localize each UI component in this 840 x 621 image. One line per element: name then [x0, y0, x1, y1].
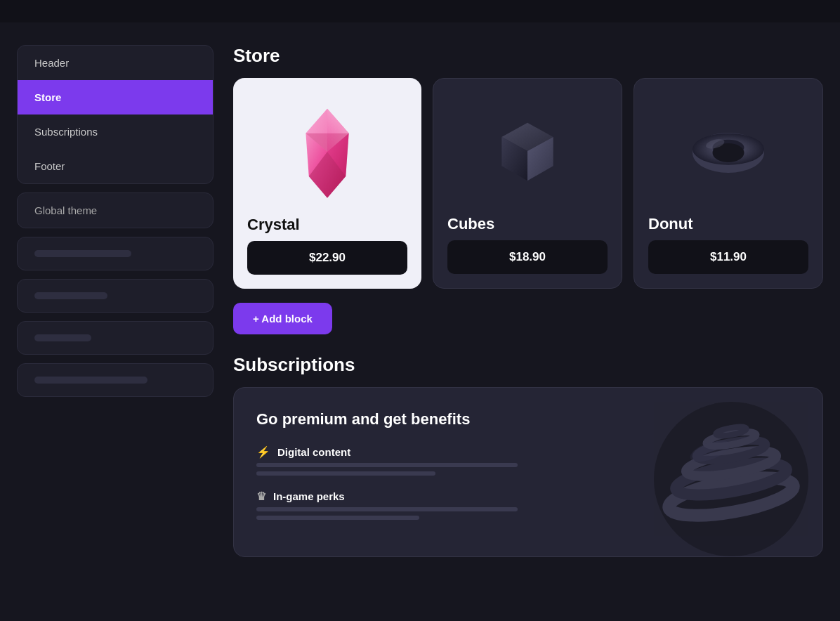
cubes-card-bottom: Cubes $18.90 [447, 215, 608, 274]
benefit-digital: ⚡ Digital content [256, 445, 582, 476]
cubes-name: Cubes [447, 215, 608, 233]
sidebar-item-store[interactable]: Store [18, 80, 213, 115]
product-card-crystal: Crystal $22.90 [233, 78, 421, 289]
subscriptions-title: Subscriptions [233, 354, 823, 376]
sidebar-skeleton-2 [17, 279, 214, 313]
sidebar-item-subscriptions[interactable]: Subscriptions [18, 115, 213, 149]
main-layout: Header Store Subscriptions Footer Global… [0, 22, 840, 621]
subscriptions-section: Subscriptions Go premium and get benefit… [233, 354, 823, 557]
crystal-image [233, 78, 421, 225]
benefit-digital-header: ⚡ Digital content [256, 445, 582, 459]
sidebar-item-footer[interactable]: Footer [18, 149, 213, 183]
crystal-name: Crystal [247, 216, 407, 234]
sidebar-item-header[interactable]: Header [18, 46, 213, 80]
donut-name: Donut [648, 215, 808, 233]
global-theme-section[interactable]: Global theme [17, 192, 214, 228]
sidebar-skeleton-4 [17, 363, 214, 397]
benefit-digital-line1 [256, 463, 518, 467]
subscriptions-3d-object [626, 387, 823, 557]
donut-icon [686, 124, 770, 180]
crystal-card-bottom: Crystal $22.90 [247, 216, 407, 275]
subscriptions-content: Go premium and get benefits ⚡ Digital co… [256, 410, 582, 520]
sidebar: Header Store Subscriptions Footer Global… [17, 45, 214, 599]
store-section: Store [233, 45, 823, 334]
benefit-ingame: ♛ In-game perks [256, 490, 582, 520]
skeleton-bar [34, 250, 131, 257]
store-title: Store [233, 45, 823, 67]
benefit-ingame-label: In-game perks [273, 490, 345, 502]
donut-price-button[interactable]: $11.90 [648, 240, 808, 274]
cubes-image [433, 79, 622, 225]
cubes-price-button[interactable]: $18.90 [447, 240, 608, 274]
benefit-ingame-line1 [256, 507, 518, 511]
cube-icon [489, 113, 566, 190]
add-block-button[interactable]: + Add block [233, 303, 332, 334]
sidebar-nav: Header Store Subscriptions Footer [17, 45, 214, 184]
sidebar-skeleton-1 [17, 237, 214, 270]
skeleton-bar [34, 334, 91, 341]
spiral-3d-icon [640, 388, 822, 557]
subscriptions-card-title: Go premium and get benefits [256, 410, 582, 429]
donut-card-bottom: Donut $11.90 [648, 215, 808, 274]
skeleton-bar [34, 377, 147, 384]
store-grid: Crystal $22.90 [233, 78, 823, 289]
benefit-digital-line2 [256, 471, 435, 476]
product-card-cubes: Cubes $18.90 [433, 78, 622, 289]
product-card-donut: Donut $11.90 [634, 78, 823, 289]
benefit-ingame-line2 [256, 516, 419, 520]
crystal-price-button[interactable]: $22.90 [247, 241, 407, 275]
crown-icon: ♛ [256, 490, 266, 503]
benefit-digital-label: Digital content [277, 446, 350, 458]
sidebar-skeleton-3 [17, 321, 214, 355]
subscriptions-card: Go premium and get benefits ⚡ Digital co… [233, 387, 823, 557]
donut-image [634, 79, 822, 225]
skeleton-bar [34, 292, 107, 299]
benefit-ingame-header: ♛ In-game perks [256, 490, 582, 503]
crystal-gem-icon [278, 103, 376, 201]
main-content: Store [233, 45, 823, 599]
lightning-icon: ⚡ [256, 445, 270, 459]
top-bar [0, 0, 840, 22]
